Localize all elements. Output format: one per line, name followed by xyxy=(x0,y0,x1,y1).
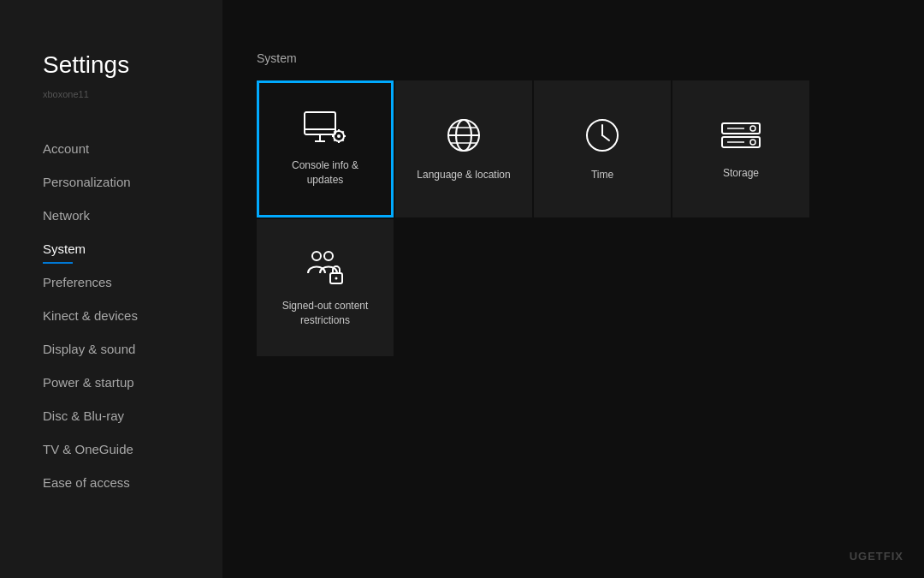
sidebar-item-ease[interactable]: Ease of access xyxy=(0,466,222,499)
app-subtitle: xboxone11 xyxy=(0,89,222,123)
sidebar-item-personalization[interactable]: Personalization xyxy=(0,165,222,199)
sidebar: Settings xboxone11 Account Personalizati… xyxy=(0,0,222,578)
sidebar-item-label: Network xyxy=(43,208,90,223)
sidebar-item-kinect[interactable]: Kinect & devices xyxy=(0,299,222,332)
tile-label: Signed-out contentrestrictions xyxy=(275,299,376,328)
svg-point-6 xyxy=(337,134,341,138)
language-icon xyxy=(445,116,483,154)
tiles-grid: Console info &updates Language & locatio… xyxy=(257,80,890,356)
tile-label: Console info &updates xyxy=(285,158,365,188)
svg-line-13 xyxy=(342,132,343,133)
signed-out-icon xyxy=(305,247,346,285)
sidebar-item-label: Personalization xyxy=(43,175,131,189)
sidebar-item-disc[interactable]: Disc & Blu-ray xyxy=(0,399,222,432)
tile-storage[interactable]: Storage xyxy=(672,80,809,217)
sidebar-item-preferences[interactable]: Preferences xyxy=(0,265,222,299)
sidebar-item-label: Account xyxy=(43,141,89,156)
svg-point-32 xyxy=(335,277,338,280)
svg-point-30 xyxy=(324,252,333,260)
svg-line-11 xyxy=(334,132,335,133)
tile-label: Language & location xyxy=(410,168,517,182)
svg-line-22 xyxy=(602,135,609,140)
tile-label: Time xyxy=(584,168,620,182)
tile-console-info[interactable]: Console info &updates xyxy=(257,80,394,217)
svg-line-14 xyxy=(334,140,335,140)
sidebar-item-account[interactable]: Account xyxy=(0,132,222,165)
svg-point-26 xyxy=(750,140,755,145)
section-title: System xyxy=(257,51,890,65)
sidebar-item-label: Kinect & devices xyxy=(43,308,138,323)
main-content: System xyxy=(222,0,924,578)
time-icon xyxy=(583,116,621,154)
sidebar-item-label: Power & startup xyxy=(43,375,134,390)
sidebar-item-label: TV & OneGuide xyxy=(43,442,133,456)
svg-line-12 xyxy=(342,140,343,140)
app-title: Settings xyxy=(0,51,222,86)
tile-signed-out[interactable]: Signed-out contentrestrictions xyxy=(257,219,394,356)
svg-point-29 xyxy=(312,252,321,260)
svg-rect-0 xyxy=(305,112,335,134)
sidebar-item-label: Disc & Blu-ray xyxy=(43,408,124,423)
tile-time[interactable]: Time xyxy=(534,80,671,217)
sidebar-item-tv[interactable]: TV & OneGuide xyxy=(0,432,222,466)
storage-icon xyxy=(720,118,761,152)
sidebar-item-power[interactable]: Power & startup xyxy=(0,366,222,399)
svg-point-25 xyxy=(750,126,755,131)
sidebar-item-display[interactable]: Display & sound xyxy=(0,332,222,366)
watermark: UGETFIX xyxy=(850,550,903,563)
tile-label: Storage xyxy=(716,166,766,181)
sidebar-item-label: System xyxy=(43,241,86,256)
sidebar-item-label: Display & sound xyxy=(43,342,135,356)
tile-language[interactable]: Language & location xyxy=(395,80,532,217)
sidebar-item-label: Ease of access xyxy=(43,475,130,490)
sidebar-item-network[interactable]: Network xyxy=(0,199,222,232)
sidebar-item-system[interactable]: System xyxy=(0,232,222,265)
sidebar-item-label: Preferences xyxy=(43,275,112,289)
console-info-icon xyxy=(303,110,347,145)
